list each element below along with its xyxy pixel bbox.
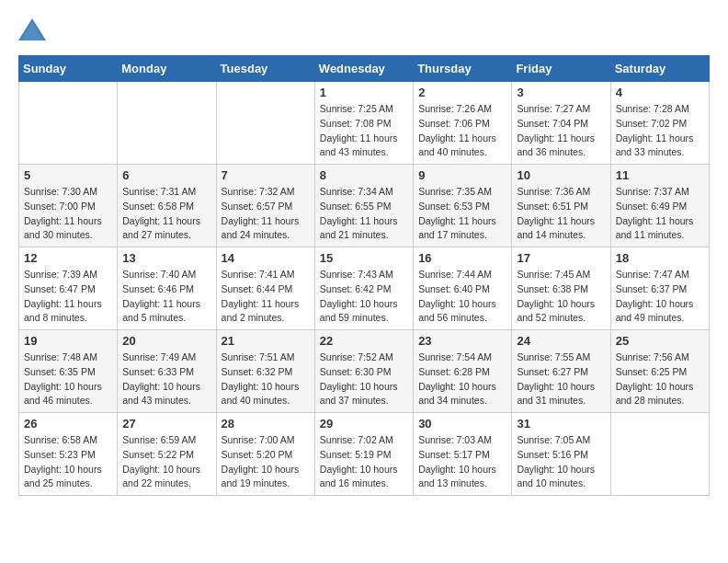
day-number: 11 [616, 168, 704, 182]
calendar-cell: 3Sunrise: 7:27 AMSunset: 7:04 PMDaylight… [512, 82, 610, 165]
day-number: 17 [517, 251, 605, 265]
day-info: Sunrise: 7:03 AMSunset: 5:17 PMDaylight:… [418, 433, 506, 491]
day-number: 26 [24, 417, 112, 431]
calendar-cell: 8Sunrise: 7:34 AMSunset: 6:55 PMDaylight… [314, 165, 413, 247]
calendar-cell: 10Sunrise: 7:36 AMSunset: 6:51 PMDayligh… [512, 165, 610, 247]
day-info: Sunrise: 7:55 AMSunset: 6:27 PMDaylight:… [517, 350, 605, 408]
day-info: Sunrise: 7:35 AMSunset: 6:53 PMDaylight:… [418, 185, 506, 243]
day-info: Sunrise: 7:28 AMSunset: 7:02 PMDaylight:… [616, 102, 704, 160]
calendar-table: SundayMondayTuesdayWednesdayThursdayFrid… [18, 55, 710, 496]
calendar-cell: 27Sunrise: 6:59 AMSunset: 5:22 PMDayligh… [118, 413, 216, 496]
day-info: Sunrise: 7:26 AMSunset: 7:06 PMDaylight:… [418, 102, 506, 160]
day-number: 12 [24, 251, 112, 265]
day-number: 13 [122, 251, 210, 265]
day-info: Sunrise: 7:30 AMSunset: 7:00 PMDaylight:… [24, 185, 112, 243]
day-info: Sunrise: 7:45 AMSunset: 6:38 PMDaylight:… [517, 268, 605, 326]
day-info: Sunrise: 7:36 AMSunset: 6:51 PMDaylight:… [517, 185, 605, 243]
day-info: Sunrise: 6:59 AMSunset: 5:22 PMDaylight:… [122, 433, 210, 491]
day-info: Sunrise: 7:48 AMSunset: 6:35 PMDaylight:… [24, 350, 112, 408]
calendar-cell: 29Sunrise: 7:02 AMSunset: 5:19 PMDayligh… [314, 413, 413, 496]
calendar-cell [610, 413, 709, 496]
calendar-cell: 2Sunrise: 7:26 AMSunset: 7:06 PMDaylight… [414, 82, 512, 165]
day-info: Sunrise: 7:27 AMSunset: 7:04 PMDaylight:… [517, 102, 605, 160]
day-number: 25 [616, 334, 704, 348]
calendar-cell: 22Sunrise: 7:52 AMSunset: 6:30 PMDayligh… [314, 330, 413, 413]
day-number: 14 [222, 251, 310, 265]
day-number: 8 [320, 168, 408, 182]
day-number: 16 [418, 251, 506, 265]
calendar-cell: 15Sunrise: 7:43 AMSunset: 6:42 PMDayligh… [314, 247, 413, 330]
calendar-cell: 24Sunrise: 7:55 AMSunset: 6:27 PMDayligh… [512, 330, 610, 413]
day-number: 10 [517, 168, 605, 182]
calendar-cell [19, 82, 118, 165]
day-number: 23 [418, 334, 506, 348]
day-number: 31 [517, 417, 605, 431]
day-number: 27 [122, 417, 210, 431]
weekday-header-friday: Friday [512, 56, 610, 82]
calendar-cell [216, 82, 314, 165]
calendar-cell: 19Sunrise: 7:48 AMSunset: 6:35 PMDayligh… [19, 330, 118, 413]
calendar-cell: 18Sunrise: 7:47 AMSunset: 6:37 PMDayligh… [610, 247, 709, 330]
weekday-header-wednesday: Wednesday [314, 56, 413, 82]
calendar-cell: 31Sunrise: 7:05 AMSunset: 5:16 PMDayligh… [512, 413, 610, 496]
day-number: 24 [517, 334, 605, 348]
day-info: Sunrise: 7:00 AMSunset: 5:20 PMDaylight:… [222, 433, 310, 491]
calendar-cell: 14Sunrise: 7:41 AMSunset: 6:44 PMDayligh… [216, 247, 314, 330]
day-number: 7 [222, 168, 310, 182]
day-info: Sunrise: 7:49 AMSunset: 6:33 PMDaylight:… [122, 350, 210, 408]
day-info: Sunrise: 7:25 AMSunset: 7:08 PMDaylight:… [320, 102, 408, 160]
page-header [18, 18, 710, 40]
calendar-cell: 26Sunrise: 6:58 AMSunset: 5:23 PMDayligh… [19, 413, 118, 496]
calendar-cell: 1Sunrise: 7:25 AMSunset: 7:08 PMDaylight… [314, 82, 413, 165]
day-info: Sunrise: 6:58 AMSunset: 5:23 PMDaylight:… [24, 433, 112, 491]
calendar-cell: 6Sunrise: 7:31 AMSunset: 6:58 PMDaylight… [118, 165, 216, 247]
calendar-cell: 12Sunrise: 7:39 AMSunset: 6:47 PMDayligh… [19, 247, 118, 330]
calendar-cell: 4Sunrise: 7:28 AMSunset: 7:02 PMDaylight… [610, 82, 709, 165]
weekday-header-sunday: Sunday [19, 56, 118, 82]
day-number: 21 [222, 334, 310, 348]
day-info: Sunrise: 7:05 AMSunset: 5:16 PMDaylight:… [517, 433, 605, 491]
day-info: Sunrise: 7:44 AMSunset: 6:40 PMDaylight:… [418, 268, 506, 326]
weekday-header-monday: Monday [118, 56, 216, 82]
day-number: 6 [122, 168, 210, 182]
day-info: Sunrise: 7:32 AMSunset: 6:57 PMDaylight:… [222, 185, 310, 243]
day-number: 2 [418, 86, 506, 99]
logo-icon [18, 18, 46, 40]
weekday-header-row: SundayMondayTuesdayWednesdayThursdayFrid… [19, 56, 710, 82]
day-info: Sunrise: 7:40 AMSunset: 6:46 PMDaylight:… [122, 268, 210, 326]
day-number: 3 [517, 86, 605, 99]
day-number: 19 [24, 334, 112, 348]
day-info: Sunrise: 7:37 AMSunset: 6:49 PMDaylight:… [616, 185, 704, 243]
day-info: Sunrise: 7:02 AMSunset: 5:19 PMDaylight:… [320, 433, 408, 491]
day-info: Sunrise: 7:51 AMSunset: 6:32 PMDaylight:… [222, 350, 310, 408]
day-info: Sunrise: 7:54 AMSunset: 6:28 PMDaylight:… [418, 350, 506, 408]
logo [18, 18, 50, 40]
day-info: Sunrise: 7:31 AMSunset: 6:58 PMDaylight:… [122, 185, 210, 243]
calendar-week-row: 26Sunrise: 6:58 AMSunset: 5:23 PMDayligh… [19, 413, 710, 496]
calendar-cell: 20Sunrise: 7:49 AMSunset: 6:33 PMDayligh… [118, 330, 216, 413]
day-number: 20 [122, 334, 210, 348]
day-info: Sunrise: 7:47 AMSunset: 6:37 PMDaylight:… [616, 268, 704, 326]
calendar-cell: 16Sunrise: 7:44 AMSunset: 6:40 PMDayligh… [414, 247, 512, 330]
calendar-cell: 11Sunrise: 7:37 AMSunset: 6:49 PMDayligh… [610, 165, 709, 247]
day-number: 30 [418, 417, 506, 431]
day-number: 29 [320, 417, 408, 431]
day-info: Sunrise: 7:39 AMSunset: 6:47 PMDaylight:… [24, 268, 112, 326]
day-info: Sunrise: 7:41 AMSunset: 6:44 PMDaylight:… [222, 268, 310, 326]
day-info: Sunrise: 7:43 AMSunset: 6:42 PMDaylight:… [320, 268, 408, 326]
calendar-week-row: 1Sunrise: 7:25 AMSunset: 7:08 PMDaylight… [19, 82, 710, 165]
calendar-cell [118, 82, 216, 165]
day-info: Sunrise: 7:52 AMSunset: 6:30 PMDaylight:… [320, 350, 408, 408]
day-number: 1 [320, 86, 408, 99]
weekday-header-thursday: Thursday [414, 56, 512, 82]
calendar-week-row: 5Sunrise: 7:30 AMSunset: 7:00 PMDaylight… [19, 165, 710, 247]
calendar-cell: 28Sunrise: 7:00 AMSunset: 5:20 PMDayligh… [216, 413, 314, 496]
calendar-cell: 25Sunrise: 7:56 AMSunset: 6:25 PMDayligh… [610, 330, 709, 413]
day-number: 4 [616, 86, 704, 99]
calendar-cell: 13Sunrise: 7:40 AMSunset: 6:46 PMDayligh… [118, 247, 216, 330]
calendar-cell: 23Sunrise: 7:54 AMSunset: 6:28 PMDayligh… [414, 330, 512, 413]
day-number: 22 [320, 334, 408, 348]
calendar-cell: 7Sunrise: 7:32 AMSunset: 6:57 PMDaylight… [216, 165, 314, 247]
weekday-header-saturday: Saturday [610, 56, 709, 82]
day-number: 18 [616, 251, 704, 265]
